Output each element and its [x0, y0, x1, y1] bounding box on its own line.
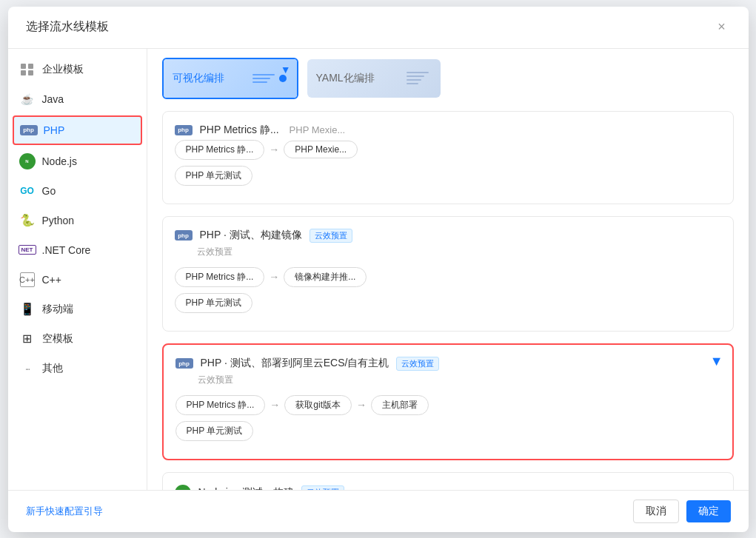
card3-node2: 获取git版本: [284, 395, 352, 415]
cpp-icon: C++: [20, 272, 35, 287]
sidebar-label-empty: 空模板: [42, 332, 73, 346]
sidebar-item-go[interactable]: GO Go: [8, 176, 147, 206]
sidebar-label-nodejs: Node.js: [42, 155, 77, 167]
card3-node3: 主机部署: [371, 395, 429, 415]
nodejs-icon: N: [20, 154, 35, 169]
card1-node1: PHP Metrics 静...: [175, 140, 265, 160]
sidebar-item-python[interactable]: 🐍 Python: [8, 206, 147, 235]
card4-badge: 云效预置: [301, 485, 344, 490]
grid-icon: [20, 62, 35, 77]
go-icon: GO: [20, 184, 35, 198]
tab-visual[interactable]: 可视化编排 ▼: [162, 58, 298, 99]
card2-arrow1: →: [267, 271, 281, 283]
card2-header: php PHP · 测试、构建镜像 云效预置: [175, 229, 721, 243]
main-content: 可视化编排 ▼ YAML化编排: [147, 49, 749, 490]
card3-title: PHP · 测试、部署到阿里云ECS/自有主机: [201, 357, 389, 370]
sidebar-item-mobile[interactable]: 📱 移动端: [8, 295, 147, 324]
card1-row1: PHP Metrics 静... → PHP Mexie...: [175, 140, 721, 160]
sidebar-item-dotnet[interactable]: NET .NET Core: [8, 235, 147, 265]
card3-header: php PHP · 测试、部署到阿里云ECS/自有主机 云效预置: [175, 357, 720, 371]
card3-arrow2: →: [355, 399, 368, 411]
sidebar-label-cpp: C++: [42, 274, 61, 286]
card2-row2: PHP 单元测试: [175, 293, 721, 313]
other-icon: ···: [20, 361, 35, 376]
empty-icon: ⊞: [20, 332, 35, 346]
card1-arrow1: →: [267, 144, 281, 155]
cancel-button[interactable]: 取消: [633, 500, 679, 523]
card3-subtitle: 云效预置: [175, 374, 720, 386]
close-button[interactable]: ×: [713, 19, 731, 36]
card2-php-icon: php: [175, 230, 193, 241]
sidebar-item-other[interactable]: ··· 其他: [8, 354, 147, 383]
card2-node3: PHP 单元测试: [175, 293, 253, 313]
mobile-icon: 📱: [20, 302, 35, 317]
dialog-header: 选择流水线模板 ×: [8, 7, 749, 49]
card2-title: PHP · 测试、构建镜像: [200, 229, 302, 242]
card2-node1: PHP Metrics 静...: [175, 267, 265, 287]
sidebar-label-php: PHP: [44, 124, 65, 136]
tab-visual-label: 可视化编排: [173, 72, 224, 85]
footer-buttons: 取消 确定: [633, 500, 731, 523]
card3-arrow1: →: [268, 399, 281, 411]
card3-node1: PHP Metrics 静...: [175, 395, 266, 415]
template-card-2[interactable]: php PHP · 测试、构建镜像 云效预置 云效预置 PHP Metrics …: [162, 216, 734, 332]
selected-checkmark: ▼: [710, 354, 723, 369]
confirm-button[interactable]: 确定: [686, 500, 731, 522]
sidebar-label-java: Java: [42, 93, 64, 105]
sidebar-item-cpp[interactable]: C++ C++: [8, 265, 147, 295]
card1-header: php PHP Metrics 静... PHP Mexie...: [175, 124, 721, 137]
tab-yaml-label: YAML化编排: [316, 72, 375, 85]
card2-subtitle: 云效预置: [175, 246, 721, 258]
card3-row1: PHP Metrics 静... → 获取git版本 → 主机部署: [175, 395, 720, 415]
card2-row1: PHP Metrics 静... → 镜像构建并推...: [175, 267, 721, 287]
card3-badge: 云效预置: [396, 357, 439, 371]
tab-bar: 可视化编排 ▼ YAML化编排: [147, 49, 749, 99]
card4-title: Node.js · 测试、构建: [198, 486, 294, 490]
template-card-4[interactable]: N Node.js · 测试、构建 云效预置 云效预置: [162, 472, 734, 490]
card1-php-icon: php: [175, 125, 193, 135]
card2-node2: 镜像构建并推...: [284, 267, 367, 287]
tab-yaml[interactable]: YAML化编排: [307, 59, 441, 98]
card2-badge: 云效预置: [310, 229, 352, 243]
card3-row2: PHP 单元测试: [175, 421, 720, 441]
card4-node-icon: N: [175, 485, 191, 490]
sidebar-item-php[interactable]: php PHP: [13, 115, 142, 145]
card1-node3: PHP 单元测试: [175, 166, 253, 186]
sidebar-label-go: Go: [42, 185, 56, 197]
net-icon: NET: [20, 243, 35, 258]
sidebar: 企业模板 ☕ Java php PHP N Node.js: [8, 49, 147, 490]
java-icon: ☕: [20, 92, 35, 107]
dialog-title: 选择流水线模板: [26, 19, 109, 35]
card3-php-icon: php: [175, 358, 193, 369]
php-icon: php: [21, 123, 36, 138]
dialog-body: 企业模板 ☕ Java php PHP N Node.js: [8, 49, 749, 490]
sidebar-item-java[interactable]: ☕ Java: [8, 84, 147, 114]
card3-node4: PHP 单元测试: [175, 421, 254, 441]
dialog-footer: 新手快速配置引导 取消 确定: [8, 490, 749, 532]
python-icon: 🐍: [20, 213, 35, 228]
sidebar-label-other: 其他: [42, 362, 63, 375]
content-area: php PHP Metrics 静... PHP Mexie... PHP Me…: [147, 99, 749, 490]
card4-header: N Node.js · 测试、构建 云效预置: [175, 485, 721, 490]
sidebar-item-nodejs[interactable]: N Node.js: [8, 147, 147, 176]
card1-node2: PHP Mexie...: [284, 141, 358, 158]
template-card-1[interactable]: php PHP Metrics 静... PHP Mexie... PHP Me…: [162, 111, 734, 204]
card1-row2: PHP 单元测试: [175, 166, 721, 186]
guide-link[interactable]: 新手快速配置引导: [26, 505, 103, 518]
card1-title: PHP Metrics 静...: [200, 124, 279, 137]
sidebar-item-enterprise[interactable]: 企业模板: [8, 55, 147, 84]
card1-subtitle-inline: PHP Mexie...: [290, 124, 346, 135]
sidebar-item-empty[interactable]: ⊞ 空模板: [8, 324, 147, 354]
template-card-3[interactable]: ▼ php PHP · 测试、部署到阿里云ECS/自有主机 云效预置 云效预置 …: [162, 343, 734, 460]
sidebar-label-enterprise: 企业模板: [42, 63, 84, 76]
sidebar-label-python: Python: [42, 215, 75, 226]
sidebar-label-dotnet: .NET Core: [42, 244, 91, 256]
tab-visual-check-icon: ▼: [281, 64, 291, 75]
sidebar-label-mobile: 移动端: [42, 303, 73, 316]
dialog: 选择流水线模板 × 企业模板 ☕ Java php PHP: [8, 7, 749, 532]
